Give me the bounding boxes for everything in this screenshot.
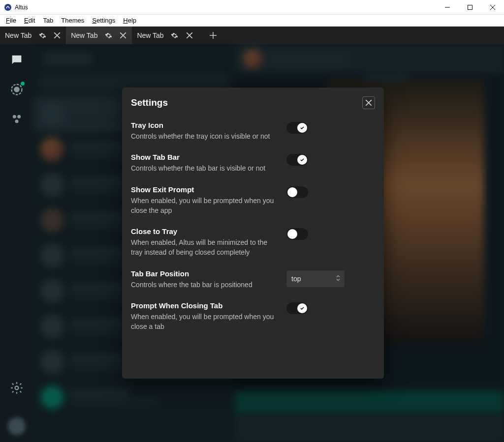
modal-close-button[interactable] (362, 96, 375, 109)
setting-prompt-close-tab: Prompt When Closing Tab When enabled, yo… (131, 295, 382, 338)
close-icon[interactable] (186, 31, 193, 39)
setting-desc: Controls whether the tray icon is visibl… (131, 131, 279, 141)
menu-edit[interactable]: Edit (20, 16, 39, 25)
close-to-tray-toggle[interactable] (286, 228, 308, 240)
setting-desc: Controls whether the tab bar is visible … (131, 163, 279, 173)
setting-title: Show Exit Prompt (131, 185, 279, 194)
setting-show-exit-prompt: Show Exit Prompt When enabled, you will … (131, 179, 382, 222)
gear-icon[interactable] (104, 31, 112, 39)
maximize-button[interactable] (459, 0, 481, 15)
menu-file[interactable]: File (2, 16, 20, 25)
show-tab-bar-toggle[interactable] (286, 154, 308, 166)
close-icon[interactable] (119, 31, 127, 39)
close-window-button[interactable] (481, 0, 504, 15)
settings-modal: Settings Tray Icon Controls whether the … (122, 88, 384, 379)
minimize-button[interactable] (436, 0, 459, 15)
setting-title: Tab Bar Position (131, 269, 279, 278)
svg-rect-2 (468, 5, 472, 9)
svg-point-18 (15, 386, 19, 390)
add-tab-button[interactable] (204, 27, 222, 44)
window-title: Altus (15, 4, 436, 11)
svg-point-14 (14, 87, 19, 91)
svg-point-16 (17, 115, 21, 118)
settings-icon[interactable] (10, 381, 24, 395)
tray-icon-toggle[interactable] (286, 122, 308, 134)
gear-icon[interactable] (38, 31, 46, 39)
side-rail (0, 44, 33, 442)
modal-body[interactable]: Tray Icon Controls whether the tray icon… (122, 113, 384, 379)
window-controls (436, 0, 504, 15)
setting-title: Close to Tray (131, 227, 279, 236)
setting-close-to-tray: Close to Tray When enabled, Altus will b… (131, 221, 382, 264)
close-icon[interactable] (53, 31, 61, 39)
setting-tray-icon: Tray Icon Controls whether the tray icon… (131, 115, 382, 147)
tab-label: New Tab (5, 31, 32, 39)
select-value: top (291, 275, 301, 283)
status-icon[interactable] (10, 83, 24, 96)
menu-help[interactable]: Help (119, 16, 140, 25)
tab-2[interactable]: New Tab (132, 27, 198, 44)
profile-avatar[interactable] (8, 417, 26, 435)
tab-bar-position-select[interactable]: top (286, 270, 345, 287)
modal-title: Settings (131, 97, 362, 108)
chats-icon[interactable] (10, 53, 24, 67)
menu-settings[interactable]: Settings (88, 16, 119, 25)
setting-desc: When enabled, Altus will be minimized to… (131, 237, 279, 258)
menubar: File Edit Tab Themes Settings Help (0, 15, 504, 27)
menu-tab[interactable]: Tab (39, 16, 57, 25)
tab-1[interactable]: New Tab (66, 27, 132, 44)
svg-point-15 (13, 115, 16, 118)
tabbar: New Tab New Tab New Tab (0, 27, 504, 44)
setting-desc: When enabled, you will be prompted when … (131, 312, 279, 332)
menu-themes[interactable]: Themes (57, 16, 88, 25)
main-content: Settings Tray Icon Controls whether the … (0, 44, 504, 442)
gear-icon[interactable] (171, 31, 179, 39)
svg-point-17 (15, 119, 19, 123)
setting-title: Show Tab Bar (131, 153, 279, 161)
modal-header: Settings (122, 88, 384, 113)
setting-desc: Controls where the tab bar is positioned (131, 280, 279, 290)
setting-show-tab-bar: Show Tab Bar Controls whether the tab ba… (131, 147, 382, 179)
setting-tab-bar-position: Tab Bar Position Controls where the tab … (131, 264, 382, 295)
setting-title: Prompt When Closing Tab (131, 301, 279, 310)
setting-title: Tray Icon (131, 121, 279, 129)
setting-desc: When enabled, you will be prompted when … (131, 196, 279, 216)
communities-icon[interactable] (10, 112, 24, 126)
app-logo-icon (4, 3, 12, 11)
status-dot-icon (21, 82, 25, 86)
tab-0[interactable]: New Tab (0, 27, 66, 44)
tab-label: New Tab (137, 31, 163, 39)
show-exit-prompt-toggle[interactable] (286, 186, 308, 198)
tab-label: New Tab (71, 31, 97, 39)
prompt-close-tab-toggle[interactable] (286, 302, 308, 314)
svg-point-0 (4, 4, 11, 11)
window-titlebar: Altus (0, 0, 504, 15)
chevron-updown-icon (336, 274, 341, 283)
